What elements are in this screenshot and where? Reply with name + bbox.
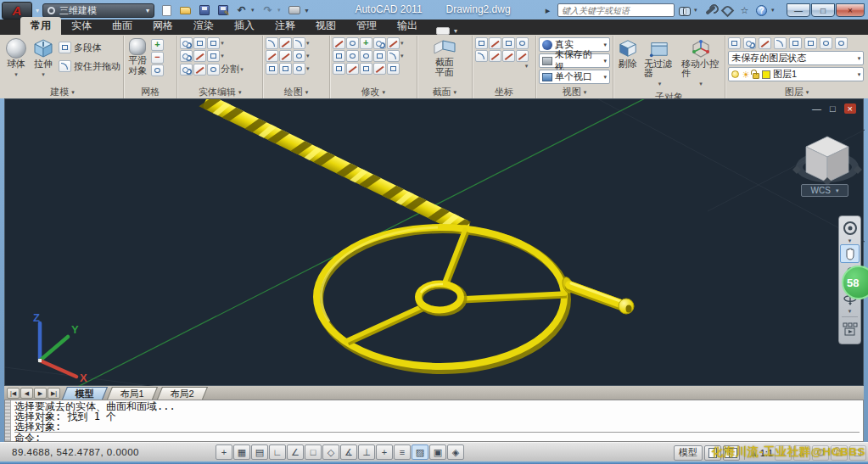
dropdown-icon[interactable]: ▾	[221, 53, 227, 59]
culling-button[interactable]: 剔除	[616, 37, 640, 70]
thicken-icon[interactable]	[207, 50, 220, 62]
dropdown-icon[interactable]: ▾	[306, 53, 312, 59]
panel-label-modeling[interactable]: 建模▾	[2, 86, 123, 98]
sphere-button[interactable]: 球体 ▾	[4, 37, 28, 80]
search-dropdown-icon[interactable]: ▾	[694, 7, 701, 14]
coordinates-display[interactable]: 89.4688, 542.4787, 0.0000	[12, 447, 165, 457]
scale-icon[interactable]	[360, 63, 372, 75]
tab-mesh[interactable]: 网格	[143, 17, 183, 35]
array-icon[interactable]	[333, 63, 345, 75]
layer-unlock-icon[interactable]	[835, 37, 848, 49]
separate-label[interactable]: 分割	[221, 63, 239, 75]
ribbon-state-dropdown-icon[interactable]: ▾	[454, 27, 457, 35]
mesh-refine-icon[interactable]	[151, 64, 164, 76]
layer-state-select[interactable]: 未保存的图层状态 ▾	[728, 51, 864, 65]
ucs-icon[interactable]	[489, 37, 501, 49]
arc-icon[interactable]	[293, 37, 305, 49]
layer-prev-icon[interactable]	[759, 37, 771, 49]
stretch-icon[interactable]	[333, 50, 345, 62]
layer-freeze-icon[interactable]	[789, 37, 802, 49]
rectangle-icon[interactable]	[279, 63, 292, 75]
lineweight-toggle[interactable]: ≡	[394, 444, 411, 460]
circle-icon[interactable]	[293, 50, 305, 62]
smooth-less-icon[interactable]	[151, 52, 164, 64]
layer-on-bulb-icon[interactable]	[731, 70, 739, 78]
tab-render[interactable]: 渲染	[183, 17, 224, 35]
move-icon[interactable]	[360, 37, 372, 49]
first-tab-button[interactable]: |◀	[7, 388, 20, 399]
save-button[interactable]	[195, 3, 213, 18]
dropdown-icon[interactable]: ▾	[306, 65, 312, 72]
minimize-ribbon-icon[interactable]	[436, 27, 450, 35]
panel-label-draw[interactable]: 绘图▾	[263, 86, 329, 98]
drawing-restore-icon[interactable]: □	[830, 103, 836, 114]
line-icon[interactable]	[279, 50, 292, 62]
selection-cycling-toggle[interactable]: ◈	[447, 444, 464, 460]
panel-label-modify[interactable]: 修改▾	[330, 86, 417, 98]
dropdown-icon[interactable]: ▾	[221, 40, 227, 47]
align-icon[interactable]	[346, 63, 359, 75]
maximize-button[interactable]: □	[811, 3, 835, 17]
offset-icon[interactable]	[387, 63, 400, 75]
ucs-view-icon[interactable]	[502, 50, 515, 62]
layout1-tab[interactable]: 布局1	[107, 387, 158, 400]
panel-label-mesh[interactable]: 网格	[124, 86, 176, 98]
tab-output[interactable]: 输出	[387, 17, 428, 35]
prev-tab-button[interactable]: ◀	[20, 388, 33, 399]
application-menu-arrow-icon[interactable]: ▾	[36, 7, 39, 14]
tab-view[interactable]: 视图	[305, 17, 346, 35]
clean-icon[interactable]	[193, 64, 206, 75]
layer-isolate-icon[interactable]	[774, 37, 787, 49]
layer-color-swatch[interactable]	[762, 70, 770, 79]
layer-unlock-icon[interactable]	[753, 73, 759, 79]
ucs-zaxis-icon[interactable]	[489, 50, 501, 62]
trim-icon[interactable]	[387, 37, 400, 49]
ellipse-icon[interactable]	[293, 63, 305, 75]
no-filter-button[interactable]: 无过滤器 ▾	[642, 37, 677, 89]
drawing-close-icon[interactable]: ×	[844, 103, 856, 114]
polar-tracking-toggle[interactable]: ∠	[287, 444, 304, 460]
panel-label-section[interactable]: 截面▾	[417, 86, 472, 98]
navwheel-dropdown-icon[interactable]: ▾	[848, 238, 852, 243]
presspull-button[interactable]: 按住并拖动	[59, 59, 120, 73]
panel-label-solid-editing[interactable]: 实体编辑▾	[177, 86, 262, 98]
quick-properties-toggle[interactable]: ▣	[429, 444, 446, 460]
extrude-button[interactable]: 拉伸 ▾	[31, 37, 56, 80]
open-button[interactable]	[176, 3, 194, 18]
dynamic-input-toggle[interactable]: +	[376, 444, 393, 460]
smooth-more-icon[interactable]	[151, 39, 164, 51]
ucs-world-icon[interactable]	[475, 37, 488, 49]
dynamic-ucs-toggle[interactable]: ⊥	[358, 444, 375, 460]
ucs-origin-icon[interactable]	[475, 50, 488, 62]
section-plane-button[interactable]: 截面 平面	[431, 37, 458, 78]
tab-insert[interactable]: 插入	[224, 17, 265, 35]
fillet-icon[interactable]	[387, 50, 400, 62]
copy-icon[interactable]	[373, 37, 386, 49]
undo-dropdown-icon[interactable]: ▾	[251, 7, 258, 14]
polar-array-icon[interactable]	[346, 50, 359, 62]
separate-icon[interactable]	[207, 64, 220, 75]
ucs-3point-icon[interactable]	[516, 50, 529, 62]
ucs-object-icon[interactable]	[516, 37, 529, 49]
minimize-button[interactable]: —	[787, 3, 810, 17]
grid-display-toggle[interactable]: ▤	[251, 444, 268, 460]
dropdown-icon[interactable]: ▾	[400, 53, 406, 59]
object-snap-toggle[interactable]: □	[305, 444, 322, 460]
tab-manage[interactable]: 管理	[346, 17, 387, 35]
ortho-mode-toggle[interactable]: ∟	[269, 444, 286, 460]
helix-icon[interactable]	[279, 37, 292, 49]
last-tab-button[interactable]: ▶|	[48, 388, 60, 399]
layer-off-icon[interactable]	[804, 37, 817, 49]
rotate-icon[interactable]	[360, 50, 372, 62]
smooth-object-button[interactable]: 平滑 对象	[126, 37, 148, 76]
mirror-icon[interactable]	[373, 50, 386, 62]
named-view-select[interactable]: 未保存的视 ▾	[539, 53, 610, 68]
polygon-icon[interactable]	[266, 63, 278, 75]
ucs-previous-icon[interactable]	[502, 37, 515, 49]
help-button[interactable]: ?	[754, 3, 769, 17]
close-button[interactable]: ×	[836, 3, 865, 17]
panel-label-layers[interactable]: 图层▾	[725, 86, 868, 98]
orbit-dropdown-icon[interactable]: ▾	[848, 309, 852, 314]
layer-properties-icon[interactable]	[728, 37, 741, 49]
saveas-button[interactable]: ✎	[214, 3, 232, 18]
